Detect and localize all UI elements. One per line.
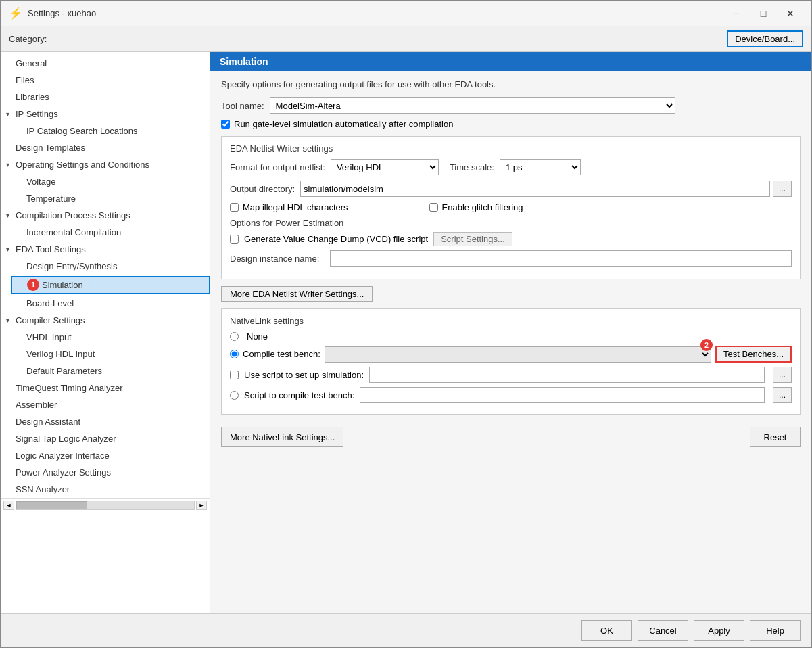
ok-button[interactable]: OK [581, 620, 632, 641]
app-icon: ⚡ [9, 7, 22, 20]
power-section: Options for Power Estimation Generate Va… [230, 218, 792, 267]
script-compile-radio[interactable] [230, 391, 239, 400]
expand-icon: ▾ [6, 110, 16, 118]
run-gate-level-checkbox[interactable] [221, 120, 230, 129]
apply-button[interactable]: Apply [694, 620, 744, 641]
scroll-right-button[interactable]: ► [196, 501, 207, 510]
design-instance-input[interactable] [330, 250, 792, 267]
time-scale-select[interactable]: 1 ps [500, 159, 581, 175]
sidebar-item-ip-settings[interactable]: ▾IP Settings [1, 106, 210, 122]
use-script-label[interactable]: Use script to set up simulation: [244, 370, 364, 380]
nativelink-section: NativeLink settings None Compile test be… [221, 308, 801, 415]
script-settings-button[interactable]: Script Settings... [433, 232, 512, 246]
panel-title: Simulation [210, 52, 811, 71]
more-nativelink-button[interactable]: More NativeLink Settings... [221, 427, 343, 447]
sidebar-item-temperature[interactable]: Temperature [1, 190, 210, 207]
sidebar-item-compiler-settings[interactable]: ▾Compiler Settings [1, 312, 210, 329]
sidebar-item-timequest[interactable]: TimeQuest Timing Analyzer [1, 379, 210, 396]
sidebar: General Files Libraries ▾IP Settings IP … [1, 52, 210, 613]
window-controls: − □ ✕ [723, 4, 803, 23]
compile-test-bench-label[interactable]: Compile test bench: [243, 349, 320, 359]
sidebar-item-general[interactable]: General [1, 55, 210, 72]
sidebar-item-ssn[interactable]: SSN Analyzer [1, 481, 210, 498]
script-compile-label[interactable]: Script to compile test bench: [244, 390, 354, 400]
sidebar-item-power-analyzer[interactable]: Power Analyzer Settings [1, 464, 210, 481]
power-title: Options for Power Estimation [230, 218, 792, 228]
sidebar-item-default-params[interactable]: Default Parameters [1, 363, 210, 379]
minimize-button[interactable]: − [723, 4, 749, 23]
sidebar-item-incremental[interactable]: Incremental Compilation [1, 224, 210, 241]
none-label[interactable]: None [247, 331, 268, 342]
sidebar-item-eda-tool[interactable]: ▾EDA Tool Settings [1, 241, 210, 258]
test-benches-button[interactable]: Test Benches... [715, 346, 792, 363]
sidebar-item-simulation[interactable]: 1Simulation [1, 275, 210, 295]
help-button[interactable]: Help [750, 620, 801, 641]
enable-glitch-checkbox[interactable] [429, 203, 438, 212]
two-col-checks: Map illegal HDL characters Enable glitch… [230, 202, 792, 212]
cancel-button[interactable]: Cancel [638, 620, 688, 641]
device-board-button[interactable]: Device/Board... [727, 30, 803, 47]
sidebar-item-vhdl[interactable]: VHDL Input [1, 329, 210, 346]
top-bar: Category: Device/Board... [1, 26, 811, 51]
sidebar-item-design-entry[interactable]: Design Entry/Synthesis [1, 258, 210, 275]
map-illegal-checkbox[interactable] [230, 203, 239, 212]
close-button[interactable]: ✕ [778, 4, 803, 23]
badge-2: 2 [700, 339, 713, 351]
sidebar-item-voltage[interactable]: Voltage [1, 173, 210, 190]
sidebar-item-libraries[interactable]: Libraries [1, 89, 210, 106]
scroll-left-button[interactable]: ◄ [3, 501, 14, 510]
use-script-checkbox[interactable] [230, 371, 239, 379]
sidebar-item-board-level[interactable]: Board-Level [1, 295, 210, 312]
tool-name-label: Tool name: [221, 101, 264, 111]
format-select[interactable]: Verilog HDL [331, 159, 439, 175]
run-gate-level-label[interactable]: Run gate-level simulation automatically … [234, 119, 453, 129]
main-area: Category: Device/Board... General Files … [1, 26, 811, 647]
generate-vcd-checkbox[interactable] [230, 235, 239, 244]
output-dir-input[interactable] [300, 181, 770, 197]
design-instance-row: Design instance name: [230, 250, 792, 267]
sidebar-item-design-assistant[interactable]: Design Assistant [1, 413, 210, 430]
expand-icon: ▾ [6, 161, 16, 168]
output-dir-row: Output directory: ... [230, 181, 792, 197]
panel-bottom-buttons: More NativeLink Settings... Reset [221, 421, 801, 453]
sidebar-item-signal-tap[interactable]: Signal Tap Logic Analyzer [1, 430, 210, 447]
expand-icon: ▾ [6, 246, 16, 253]
sidebar-item-logic-analyzer[interactable]: Logic Analyzer Interface [1, 447, 210, 464]
compile-test-bench-select[interactable] [325, 346, 711, 363]
generate-vcd-label[interactable]: Generate Value Change Dump (VCD) file sc… [244, 234, 428, 244]
tool-name-select[interactable]: ModelSim-Altera [270, 97, 675, 114]
output-dir-label: Output directory: [230, 184, 295, 194]
sidebar-item-verilog[interactable]: Verilog HDL Input [1, 346, 210, 363]
format-timescale-row: Format for output netlist: Verilog HDL T… [230, 159, 792, 175]
script-compile-input[interactable] [360, 387, 765, 403]
content-area: General Files Libraries ▾IP Settings IP … [1, 51, 811, 613]
window-title: Settings - xuehao [28, 8, 723, 18]
generate-vcd-row: Generate Value Change Dump (VCD) file sc… [230, 232, 792, 246]
use-script-browse-button[interactable]: ... [773, 367, 792, 383]
nativelink-title: NativeLink settings [230, 316, 792, 326]
map-illegal-label[interactable]: Map illegal HDL characters [243, 202, 348, 212]
maximize-button[interactable]: □ [750, 4, 776, 23]
reset-button[interactable]: Reset [750, 427, 801, 447]
script-compile-browse-button[interactable]: ... [773, 387, 792, 403]
sidebar-item-operating[interactable]: ▾Operating Settings and Conditions [1, 156, 210, 173]
compile-test-bench-row: Compile test bench: Test Benches... 2 [230, 346, 792, 363]
design-instance-label: Design instance name: [230, 254, 319, 264]
sidebar-item-compilation[interactable]: ▾Compilation Process Settings [1, 207, 210, 224]
title-bar: ⚡ Settings - xuehao − □ ✕ [1, 1, 811, 26]
netlist-title: EDA Netlist Writer settings [230, 143, 792, 154]
enable-glitch-label[interactable]: Enable glitch filtering [442, 202, 523, 212]
tool-name-row: Tool name: ModelSim-Altera [221, 97, 801, 114]
sidebar-item-assembler[interactable]: Assembler [1, 396, 210, 413]
sidebar-item-ip-catalog[interactable]: IP Catalog Search Locations [1, 122, 210, 139]
use-script-input[interactable] [369, 367, 765, 383]
script-compile-row: Script to compile test bench: ... [230, 387, 792, 403]
sidebar-item-design-templates[interactable]: Design Templates [1, 139, 210, 156]
none-radio[interactable] [230, 332, 239, 341]
sidebar-item-files[interactable]: Files [1, 72, 210, 89]
format-label: Format for output netlist: [230, 162, 325, 172]
run-gate-level-row: Run gate-level simulation automatically … [221, 119, 801, 129]
more-netlist-button[interactable]: More EDA Netlist Writer Settings... [221, 286, 373, 302]
output-dir-browse-button[interactable]: ... [773, 181, 792, 197]
compile-test-bench-radio[interactable] [230, 350, 239, 358]
